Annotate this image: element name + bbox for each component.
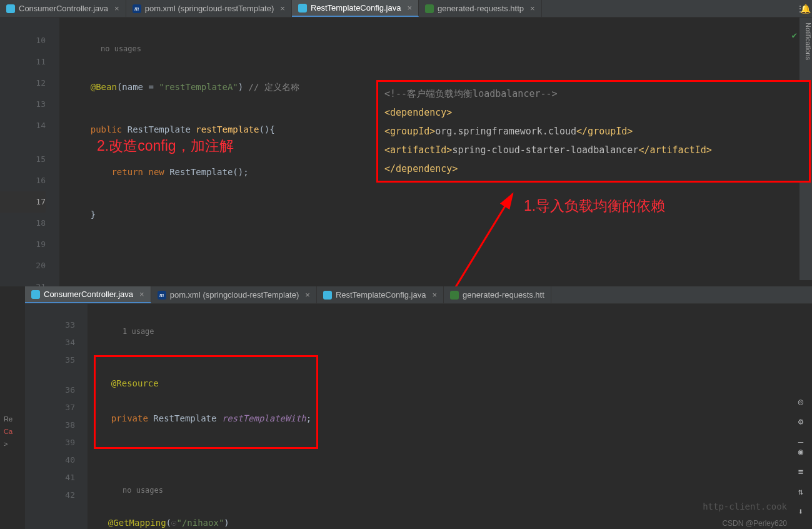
annotation-2: 2.改造config，加注解 [97,136,234,156]
java-class-icon [298,4,307,13]
code-lower[interactable]: 1 usage @Resource private RestTemplate r… [88,304,812,529]
left-toolwindow-strip: Re Ca > [0,413,24,450]
close-icon[interactable]: × [432,290,437,300]
watermark: CSDN @Perley620 [722,519,787,528]
tab-consumer-controller-2[interactable]: ConsumerController.java× [25,286,151,303]
gutter-lower: 33 34 35 36 37 38 39 40 41 42 [25,304,88,529]
close-icon[interactable]: × [407,3,412,13]
gutter-top: 10 11 12 13 14 15 16 17 18 19 20 21 22 [0,18,59,286]
java-class-icon [31,290,40,299]
close-icon[interactable]: × [280,4,285,13]
tab-pom-xml-2[interactable]: mpom.xml (springcloud-restTemplate)× [151,286,317,303]
eye-icon[interactable]: ◉ [794,445,807,458]
tab-pom-xml[interactable]: mpom.xml (springcloud-restTemplate)× [126,0,292,17]
gear-icon[interactable]: ⚙ [794,415,807,428]
tab-generated-requests[interactable]: generated-requests.http× [419,0,542,17]
target-icon[interactable]: ◎ [794,395,807,408]
tab-consumer-controller[interactable]: ConsumerController.java× [0,0,126,17]
maven-icon: m [133,4,141,13]
maven-icon: m [158,291,166,300]
status-text: http-client.cook [703,501,787,511]
sort-icon[interactable]: ⇅ [794,485,807,498]
close-icon[interactable]: × [305,290,310,300]
http-file-icon [450,291,459,300]
editor-lower: ConsumerController.java× mpom.xml (sprin… [25,286,812,529]
close-icon[interactable]: × [530,4,535,13]
tab-generated-requests-2[interactable]: generated-requests.htt [444,286,551,303]
java-class-icon [6,4,15,13]
editor-tools-right: ◎ ⚙ — [794,395,807,448]
list-icon[interactable]: ≡ [794,465,807,478]
notifications-bell-icon[interactable]: 🔔 [800,4,811,14]
http-file-icon [425,4,434,13]
java-class-icon [323,291,332,300]
tab-rest-template-config-2[interactable]: RestTemplateConfig.java× [317,286,444,303]
editor-tabs-lower: ConsumerController.java× mpom.xml (sprin… [25,286,812,304]
editor-tabs-top: ConsumerController.java× mpom.xml (sprin… [0,0,812,18]
download-icon[interactable]: ⬇ [794,505,807,518]
dependency-snippet: <!--客户端负载均衡loadbalancer--> <dependency> … [376,80,811,183]
annotation-1: 1.导入负载均衡的依赖 [524,196,665,216]
close-icon[interactable]: × [139,290,144,299]
editor-tools-right-2: ◉ ≡ ⇅ ⬇ [794,445,807,518]
close-icon[interactable]: × [114,4,119,13]
tab-rest-template-config[interactable]: RestTemplateConfig.java× [292,0,419,17]
